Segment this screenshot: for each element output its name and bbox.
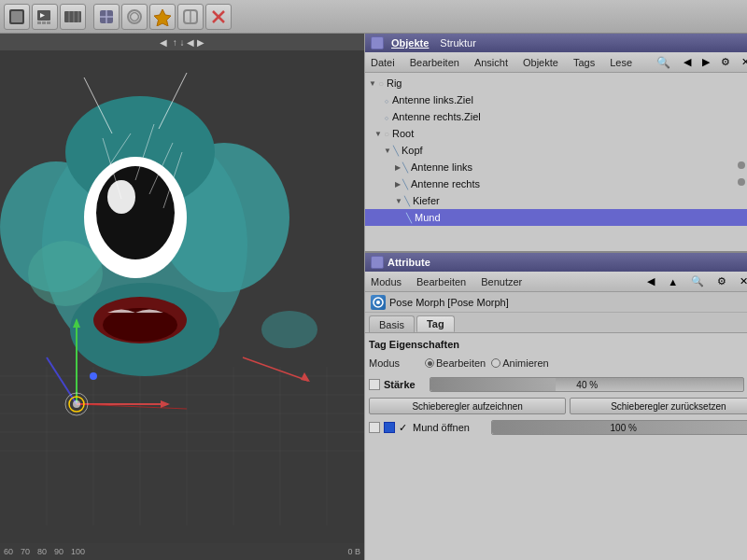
tree-item-kopf[interactable]: ▼ ╲ Kopf — [365, 142, 747, 159]
tree-arrow-rig: ▼ — [369, 79, 376, 88]
viewport-nav-arrows[interactable]: ↑ ↓ ◀ ▶ — [173, 37, 204, 48]
tree-label-ar: Antenne rechts.Ziel — [392, 111, 747, 122]
svg-rect-4 — [37, 21, 41, 24]
tick-100: 100 — [71, 547, 85, 556]
radio-bearbeiten-circle — [425, 358, 434, 368]
tree-arrow-ar2: ▶ — [395, 180, 401, 189]
tree-arrow-kopf: ▼ — [384, 147, 391, 155]
3d-viewport[interactable]: ◀ ↑ ↓ ◀ ▶ — [0, 34, 364, 560]
tree-label-kopf: Kopf — [402, 145, 747, 156]
tick-70: 70 — [21, 547, 30, 556]
mund-row: ✓ Mund öffnen 100 % — [369, 417, 747, 438]
attr-menu-benutzer[interactable]: Benutzer — [479, 276, 524, 287]
mund-outer-checkbox[interactable] — [369, 422, 380, 433]
search-icon[interactable]: 🔍 — [656, 56, 670, 69]
attr-content: Tag Eigenschaften Modus Bearbeiten — [365, 333, 747, 560]
radio-animieren[interactable]: Animieren — [491, 357, 549, 369]
tree-item-root[interactable]: ▼ ○ Root — [365, 125, 747, 142]
attr-nav-left[interactable]: ◀ — [647, 275, 655, 287]
pose-morph-icon — [371, 295, 386, 310]
attr-menu-bearbeiten[interactable]: Bearbeiten — [415, 276, 468, 287]
toolbar-btn-6[interactable] — [149, 4, 176, 30]
obj-menu-lese[interactable]: Lese — [608, 57, 634, 68]
attr-close-icon[interactable]: ✕ — [740, 275, 747, 287]
toolbar-btn-1[interactable] — [4, 4, 30, 30]
tree-item-kiefer[interactable]: ▼ ╲ Kiefer — [365, 192, 747, 209]
mund-slider[interactable]: 100 % — [491, 420, 747, 435]
settings-icon[interactable]: ⚙ — [721, 56, 730, 68]
nav-right-icon[interactable]: ▶ — [702, 56, 710, 68]
attr-menubar: Modus Bearbeiten Benutzer ◀ ▲ 🔍 ⚙ ✕ + — [365, 272, 747, 292]
tree-item-antenne-links[interactable]: ▶ ╲ Antenne links ✕ — [365, 159, 747, 175]
tree-label-al2: Antenne links — [411, 161, 747, 173]
starke-checkbox[interactable] — [369, 379, 380, 390]
viewport-topbar: ◀ ↑ ↓ ◀ ▶ — [0, 34, 364, 50]
bottom-right-label: 0 B — [347, 547, 360, 556]
close-icon[interactable]: ✕ — [741, 56, 747, 68]
dot1 — [738, 178, 745, 186]
svg-rect-1 — [11, 11, 22, 22]
starke-slider[interactable]: 40 % — [430, 377, 744, 392]
obj-menu-bearbeiten[interactable]: Bearbeiten — [408, 57, 461, 68]
tree-item-antenne-rechts-ziel[interactable]: ⬦ Antenne rechts.Ziel — [365, 108, 747, 125]
viewport-menu-icon[interactable]: ◀ — [160, 37, 167, 48]
attr-menu-modus[interactable]: Modus — [369, 276, 403, 287]
radio-animieren-circle — [491, 358, 500, 368]
starke-value: 40 % — [576, 380, 598, 390]
radio-animieren-label: Animieren — [502, 357, 549, 369]
toolbar-btn-4[interactable] — [93, 4, 120, 30]
tree-icon-al: ⬦ — [384, 95, 389, 105]
tick-80: 80 — [37, 547, 47, 556]
viewport-bottombar: 60 70 80 90 100 0 B — [0, 543, 364, 560]
attr-tabs: Basis Tag — [365, 313, 747, 333]
tree-item-antenne-links-ziel[interactable]: ⬦ Antenne links.Ziel — [365, 91, 747, 108]
mund-inner-checkbox[interactable] — [384, 422, 395, 433]
tree-icon-ar: ⬦ — [384, 112, 389, 122]
tree-item-antenne-rechts[interactable]: ▶ ╲ Antenne rechts ✕ — [365, 175, 747, 192]
toolbar-btn-5[interactable] — [121, 4, 148, 30]
obj-menu-ansicht[interactable]: Ansicht — [472, 57, 510, 68]
mund-value: 100 % — [611, 423, 637, 433]
tree-label-al: Antenne links.Ziel — [392, 94, 747, 105]
obj-menu-tags[interactable]: Tags — [571, 57, 597, 68]
obj-menu-objekte[interactable]: Objekte — [521, 57, 560, 68]
attr-search-icon[interactable]: 🔍 — [691, 275, 704, 287]
toolbar-btn-7[interactable] — [177, 4, 204, 30]
tree-label-mund: Mund — [415, 212, 747, 223]
btn-zuruecksetzen[interactable]: Schieberegler zurücksetzen — [570, 398, 747, 414]
obj-tab-struktur[interactable]: Struktur — [436, 37, 480, 49]
toolbar-btn-close[interactable] — [205, 4, 232, 30]
tree-label-kiefer: Kiefer — [413, 195, 747, 206]
pose-morph-bar: Pose Morph [Pose Morph] — [365, 292, 747, 313]
svg-rect-5 — [42, 21, 46, 24]
mund-check-icon: ✓ — [399, 422, 407, 434]
btn-aufzeichnen[interactable]: Schieberegler aufzeichnen — [369, 398, 566, 414]
attr-title: Attribute — [388, 257, 430, 268]
radio-bearbeiten-dot — [428, 361, 432, 366]
pose-morph-label: Pose Morph [Pose Morph] — [389, 297, 509, 308]
radio-group: Bearbeiten Animieren — [425, 357, 549, 369]
tick-60: 60 — [4, 547, 13, 556]
attr-settings-icon[interactable]: ⚙ — [717, 275, 726, 287]
radio-bearbeiten[interactable]: Bearbeiten — [425, 357, 486, 369]
obj-menu-datei[interactable]: Datei — [369, 57, 397, 68]
svg-marker-15 — [154, 9, 171, 26]
mund-label: Mund öffnen — [413, 422, 487, 433]
toolbar-btn-3[interactable] — [60, 4, 86, 30]
tab-tag[interactable]: Tag — [416, 315, 455, 332]
nav-left-icon[interactable]: ◀ — [684, 56, 691, 68]
tree-item-mund[interactable]: ╲ Mund — [365, 209, 747, 226]
obj-tab-objekte[interactable]: Objekte — [388, 37, 432, 49]
svg-rect-6 — [47, 21, 50, 24]
starke-row: Stärke 40 % — [369, 374, 747, 395]
svg-point-57 — [90, 372, 97, 380]
tab-basis[interactable]: Basis — [369, 315, 415, 332]
svg-point-56 — [73, 400, 80, 408]
attr-nav-up[interactable]: ▲ — [668, 276, 678, 287]
tree-label-root: Root — [392, 128, 747, 139]
section-header-tag: Tag Eigenschaften — [369, 339, 747, 350]
attr-panel: Attribute Modus Bearbeiten Benutzer ◀ ▲ … — [365, 253, 747, 560]
tree-item-rig[interactable]: ▼ ○ Rig — [365, 75, 747, 91]
toolbar-btn-2[interactable] — [32, 4, 58, 30]
tree-icon-mund: ╲ — [406, 213, 412, 223]
